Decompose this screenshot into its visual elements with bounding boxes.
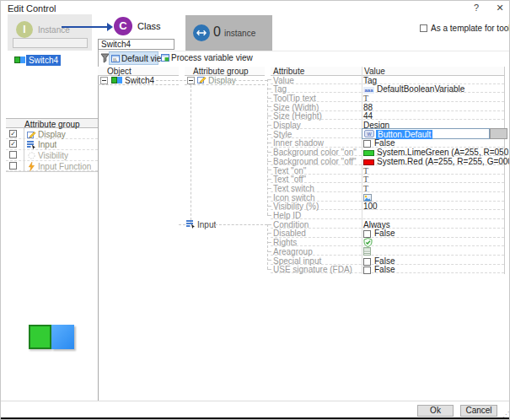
ok-button[interactable]: Ok [417,405,454,417]
attribute-row: TagaaaDefaultBooleanVariable [271,84,504,94]
group-checkbox[interactable] [9,162,17,170]
switch-icon [14,57,25,63]
attribute-row: ConditionAlways [271,219,504,229]
attribute-row: USE signature (FDA)False [271,265,504,274]
footer-divider [1,401,510,401]
process-variable-view-icon [161,54,169,63]
attribute-group-row: Input Function [6,161,98,172]
attribute-row: Rights [271,238,504,247]
display-group-expander[interactable] [187,77,195,84]
attribute-value[interactable]: False [363,265,395,274]
input-group-node[interactable]: Input [197,220,216,229]
display-row-underline [185,84,265,85]
attribute-row: Icon switch [271,192,504,202]
column-header-object: Object [98,67,179,76]
help-button[interactable]: ? [470,3,483,13]
attribute-row: Text "on"T [271,165,504,175]
tab-default-view[interactable]: Default view [109,51,158,65]
instance-name-field[interactable] [13,38,88,48]
edit-control-dialog: Edit Control ? ✕ I Instance C Class Swit… [0,0,510,420]
switch-preview-on-rect [29,325,51,349]
left-panel-divider[interactable] [98,50,99,401]
tree-connector [267,79,268,215]
attribute-group-row: ✓Input [6,139,98,150]
group-label: Input [38,140,56,149]
template-checkbox-label: As a template for toolbox [431,24,510,33]
attribute-row: ValueTag [271,75,504,84]
attribute-group-header-label: Attribute group [24,120,80,129]
instance-count-value: 0 [213,24,221,40]
instance-panel: I Instance [8,14,92,51]
instance-to-class-arrow [62,26,108,28]
group-checkbox[interactable]: ✓ [9,130,17,137]
attribute-row: ToolTip textT [271,93,504,102]
object-to-group-connector [156,80,186,81]
attribute-row: Visibility (%)100 [271,202,504,211]
attribute-row: Text "off"T [271,175,504,184]
group-label: Visibility [38,151,68,160]
class-label: Class [137,21,161,31]
group-checkbox[interactable] [9,151,17,159]
attribute-row: Help ID [271,211,504,220]
attribute-row: Background color "off"System.Red (A=255,… [271,156,504,165]
instance-count-icon [193,24,210,41]
attribute-row: Inner shadowFalse [271,138,504,148]
attribute-group-row: ✓Display [6,129,98,140]
dialog-title: Edit Control [8,3,56,13]
instance-count-panel: 0 instance [185,15,272,51]
input-to-rows-connector [215,224,267,225]
attribute-row: StylewButton.Default [271,129,504,138]
instance-badge-icon: I [16,21,33,38]
class-name-input[interactable]: Switch4 [98,39,174,50]
attribute-group-row: Visibility [6,150,98,161]
tab-process-variable-view-label: Process variable view [171,53,253,62]
instance-count-label: instance [224,29,255,38]
color-swatch [363,159,374,165]
input-icon [186,219,196,230]
group-label: Input Function [38,162,91,171]
default-view-icon [111,55,120,64]
switch-preview-off-rect [51,325,74,349]
group-label: Display [38,130,66,139]
attribute-row: Areagroup [271,246,504,256]
left-object-item[interactable]: Switch4 [26,55,61,66]
svg-text:w: w [366,131,372,137]
switch-icon [111,77,122,83]
class-badge-icon: C [114,17,132,35]
attribute-row: Size (Width)88 [271,102,504,111]
arrow-head-icon [107,23,113,31]
style-dropdown-button[interactable] [490,128,507,139]
tree-connector [267,224,268,270]
attribute-name: USE signature (FDA) [273,265,352,274]
close-icon[interactable]: ✕ [493,3,507,13]
attribute-row: Special inputFalse [271,256,504,265]
attribute-row: DisabledFalse [271,229,504,238]
tab-process-variable-view[interactable]: Process variable view [159,51,226,65]
cancel-button[interactable]: Cancel [460,405,497,417]
group-checkbox[interactable]: ✓ [9,140,17,148]
attribute-row: Text switchT [271,183,504,192]
style-edit-field[interactable]: wButton.Default [362,128,490,139]
object-row-underline [98,84,179,85]
group-tree-vertical-line [191,85,191,224]
object-tree-expander[interactable] [100,77,108,84]
input-node-stub [179,224,185,225]
attribute-row: Background color "on"System.LimeGreen (A… [271,148,504,157]
value-checkbox[interactable] [363,267,371,274]
attribute-group-table-bottom-border [6,171,98,172]
color-swatch [363,150,374,156]
display-to-rows-connector [230,80,267,81]
grid-right-border [504,67,505,274]
attribute-grid-rows: ValueTagTagaaaDefaultBooleanVariableTool… [271,75,504,274]
attribute-row: Size (Height)44 [271,111,504,121]
template-checkbox[interactable] [420,24,427,32]
attribute-group-table-header: Attribute group [6,118,98,128]
